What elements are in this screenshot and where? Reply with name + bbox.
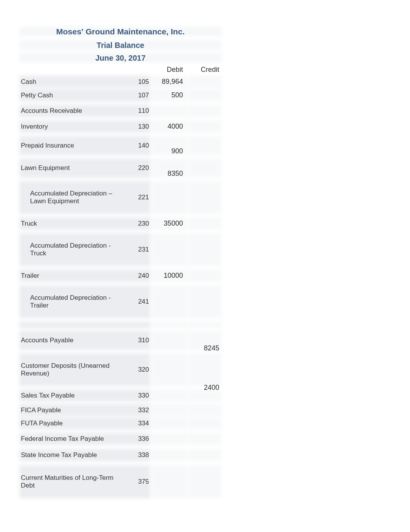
spacer-row [19,321,222,328]
debit-value: 10000 [151,269,186,282]
column-headers: Debit Credit [19,64,222,75]
debit-value: 500 [151,89,186,102]
debit-value: 900 [151,145,186,158]
table-row: FUTA Payable334 [19,417,222,430]
account-number: 330 [120,389,151,402]
table-row: State Income Tax Payable338 [19,449,222,461]
credit-value [186,221,222,226]
account-name: Accumulated Depreciation - Trailer [19,292,120,312]
account-name: Lawn Equipment [19,162,120,174]
credit-value [186,80,222,84]
account-number: 334 [120,417,151,430]
debit-value: 89,964 [151,75,186,88]
account-name: Sales Tax Payable [19,389,120,402]
header-company-row: Moses' Ground Maintenance, Inc. [19,27,222,36]
table-row: Accumulated Depreciation - Trailer241 [19,285,222,318]
account-number: 221 [120,191,151,204]
credit-value [186,109,222,113]
account-number: 140 [120,139,151,152]
debit-value [151,338,186,343]
data-rows: Cash10589,964Petty Cash107500Accounts Re… [19,75,222,501]
debit-value: 4000 [151,120,186,133]
debit-value [151,247,186,252]
account-number: 336 [120,433,151,445]
trial-balance-container: Moses' Ground Maintenance, Inc. Trial Ba… [19,27,222,501]
credit-value [186,408,222,413]
credit-value [186,195,222,200]
account-number: 332 [120,404,151,416]
account-name: Federal Income Tax Payable [19,433,120,445]
debit-value [151,367,186,372]
debit-value [151,437,186,441]
credit-value [186,437,222,441]
account-name: Customer Deposits (Unearned Revenue) [19,360,120,380]
account-number: 110 [120,105,151,117]
account-name: Petty Cash [19,89,120,102]
table-row: Accounts Receivable110 [19,105,222,117]
account-number: 241 [120,296,151,308]
table-row: Current Maturities of Long-Term Debt375 [19,465,222,498]
table-row: Cash10589,964 [19,75,222,88]
report-title: Trial Balance [19,40,222,50]
header-title-row: Trial Balance [19,40,222,50]
account-name: Trailer [19,270,120,282]
table-row: Petty Cash107500 [19,89,222,102]
debit-value [151,109,186,113]
debit-value [151,393,186,398]
credit-value [186,274,222,278]
account-name: Truck [19,218,120,230]
table-row: FICA Payable332 [19,404,222,416]
credit-value [186,299,222,304]
debit-value [151,421,186,426]
debit-header: Debit [151,66,186,74]
table-row: Accumulated Depreciation – Lawn Equipmen… [19,181,222,214]
account-name: Prepaid Insurance [19,139,120,152]
company-name: Moses' Ground Maintenance, Inc. [19,27,222,36]
account-number: 105 [120,76,151,88]
table-row: Lawn Equipment2208350 [19,158,222,178]
account-name: State Income Tax Payable [19,449,120,461]
report-date: June 30, 2017 [19,53,222,63]
debit-value [151,479,186,484]
table-row: Federal Income Tax Payable336 [19,433,222,445]
account-name: Inventory [19,121,120,133]
debit-value [151,195,186,200]
account-name: Accounts Receivable [19,105,120,117]
debit-value: 8350 [151,167,186,180]
credit-value [186,421,222,426]
credit-value [186,479,222,484]
table-row: Accounts Payable3108245 [19,331,222,350]
account-number: 231 [120,243,151,256]
credit-value [186,124,222,129]
account-name: Current Maturities of Long-Term Debt [19,472,120,492]
account-number: 230 [120,218,151,230]
account-name: FICA Payable [19,404,120,416]
account-number: 320 [120,364,151,376]
credit-value [186,143,222,148]
account-number: 130 [120,121,151,133]
account-number: 240 [120,270,151,282]
credit-value [186,247,222,252]
table-row: Prepaid Insurance140900 [19,136,222,155]
account-name: Cash [19,76,120,88]
account-name: FUTA Payable [19,417,120,430]
account-name: Accounts Payable [19,334,120,347]
account-name: Accumulated Depreciation – Lawn Equipmen… [19,187,120,207]
table-row: Trailer24010000 [19,269,222,282]
table-row: Inventory1304000 [19,120,222,133]
debit-value [151,408,186,413]
credit-value [186,166,222,170]
debit-value [151,453,186,457]
debit-value [151,299,186,304]
account-number: 107 [120,89,151,102]
table-row: Truck23035000 [19,217,222,230]
credit-value: 2400 [186,381,222,394]
account-number: 310 [120,334,151,347]
credit-value [186,93,222,98]
credit-value: 8245 [186,342,222,355]
account-number: 220 [120,162,151,174]
account-number: 375 [120,476,151,488]
account-number: 338 [120,449,151,461]
debit-value: 35000 [151,217,186,230]
credit-value [186,453,222,457]
